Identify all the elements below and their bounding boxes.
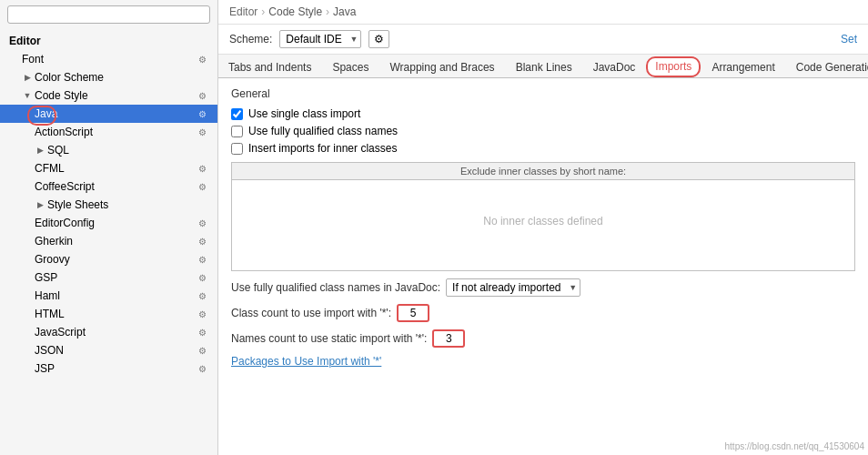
sidebar-item-cfml[interactable]: CFML ⚙: [0, 159, 217, 177]
chevron-right-icon: ▶: [35, 199, 45, 210]
general-section-title: General: [231, 87, 855, 100]
set-link[interactable]: Set: [841, 33, 857, 46]
scheme-select[interactable]: Default IDE: [279, 30, 361, 48]
inner-classes-label[interactable]: Insert imports for inner classes: [248, 142, 397, 155]
tab-arrangement[interactable]: Arrangement: [701, 56, 784, 77]
sidebar-item-javascript[interactable]: JavaScript ⚙: [0, 323, 217, 341]
sidebar-item-haml[interactable]: Haml ⚙: [0, 287, 217, 305]
scheme-select-wrapper: Default IDE ▼: [279, 30, 361, 48]
sidebar-search-input[interactable]: [7, 5, 210, 24]
sidebar-item-coffeescript[interactable]: CoffeeScript ⚙: [0, 177, 217, 196]
java-settings-icon: ⚙: [196, 107, 208, 120]
sidebar-item-json[interactable]: JSON ⚙: [0, 341, 217, 359]
names-count-row: Names count to use static import with '*…: [231, 329, 855, 348]
scheme-gear-button[interactable]: ⚙: [368, 30, 389, 48]
content-area: General Use single class import Use full…: [218, 78, 868, 455]
single-class-checkbox[interactable]: [231, 108, 243, 120]
javadoc-label: Use fully qualified class names in JavaD…: [231, 281, 440, 294]
sidebar-item-color-scheme[interactable]: ▶ Color Scheme: [0, 68, 217, 86]
sidebar-editor-label: Editor: [0, 29, 217, 50]
html-settings-icon: ⚙: [196, 308, 208, 320]
breadcrumb: Editor › Code Style › Java: [218, 0, 868, 25]
sidebar-item-gherkin[interactable]: Gherkin ⚙: [0, 232, 217, 250]
breadcrumb-sep-1: ›: [261, 5, 265, 18]
exclude-box: Exclude inner classes by short name: No …: [231, 162, 855, 271]
sidebar-item-gsp[interactable]: GSP ⚙: [0, 268, 217, 287]
tab-wrapping-braces[interactable]: Wrapping and Braces: [379, 56, 504, 77]
code-style-settings-icon: ⚙: [196, 89, 208, 102]
tab-javadoc[interactable]: JavaDoc: [583, 56, 646, 77]
scheme-label: Scheme:: [229, 33, 272, 46]
haml-settings-icon: ⚙: [196, 289, 208, 302]
groovy-settings-icon: ⚙: [196, 253, 208, 266]
editorconfig-settings-icon: ⚙: [196, 217, 208, 229]
sidebar-item-java[interactable]: Java ⚙: [0, 105, 217, 123]
names-count-input[interactable]: [432, 329, 465, 348]
exclude-body-empty: No inner classes defined: [232, 180, 854, 262]
tab-code-generation[interactable]: Code Generation: [786, 56, 868, 77]
coffee-settings-icon: ⚙: [196, 180, 208, 193]
checkbox-inner-classes-row: Insert imports for inner classes: [231, 142, 855, 155]
sidebar-item-sql[interactable]: ▶ SQL: [0, 141, 217, 159]
sidebar-item-actionscript[interactable]: ActionScript ⚙: [0, 123, 217, 141]
single-class-label[interactable]: Use single class import: [248, 107, 360, 120]
checkbox-single-class-row: Use single class import: [231, 107, 855, 120]
chevron-right-icon: ▶: [22, 72, 33, 83]
names-count-label: Names count to use static import with '*…: [231, 332, 427, 345]
names-count-input-wrapper: [432, 329, 465, 348]
breadcrumb-sep-2: ›: [326, 5, 329, 18]
sidebar-item-jsp[interactable]: JSP ⚙: [0, 359, 217, 378]
class-count-label: Class count to use import with '*':: [231, 307, 391, 319]
fully-qualified-label[interactable]: Use fully qualified class names: [248, 125, 398, 137]
breadcrumb-code-style: Code Style: [268, 5, 322, 18]
sidebar-item-style-sheets[interactable]: ▶ Style Sheets: [0, 196, 217, 214]
chevron-right-icon: ▶: [35, 145, 45, 156]
gherkin-settings-icon: ⚙: [196, 235, 208, 248]
inner-classes-checkbox[interactable]: [231, 143, 243, 155]
exclude-header: Exclude inner classes by short name:: [232, 163, 854, 180]
tab-tabs-indents[interactable]: Tabs and Indents: [218, 56, 321, 77]
actionscript-settings-icon: ⚙: [196, 126, 208, 138]
javadoc-row: Use fully qualified class names in JavaD…: [231, 278, 855, 297]
class-count-input-wrapper: [397, 304, 429, 322]
class-count-row: Class count to use import with '*':: [231, 304, 855, 322]
json-settings-icon: ⚙: [196, 344, 208, 357]
breadcrumb-editor: Editor: [229, 5, 257, 18]
javadoc-dropdown-wrapper: If not already imported ▼: [446, 278, 580, 297]
packages-link[interactable]: Packages to Use Import with '*': [231, 355, 855, 368]
watermark: https://blog.csdn.net/qq_41530604: [725, 441, 864, 451]
javadoc-dropdown[interactable]: If not already imported: [446, 278, 580, 297]
gsp-settings-icon: ⚙: [196, 271, 208, 284]
sidebar-item-font[interactable]: Font ⚙: [0, 50, 217, 68]
jsp-settings-icon: ⚙: [196, 362, 208, 375]
scheme-bar: Scheme: Default IDE ▼ ⚙ Set: [218, 25, 868, 55]
cfml-settings-icon: ⚙: [196, 162, 208, 175]
tabs-bar: Tabs and Indents Spaces Wrapping and Bra…: [218, 55, 868, 78]
sidebar-item-groovy[interactable]: Groovy ⚙: [0, 250, 217, 268]
font-settings-icon: ⚙: [196, 53, 208, 66]
tab-spaces[interactable]: Spaces: [322, 56, 378, 77]
fully-qualified-checkbox[interactable]: [231, 126, 243, 137]
sidebar-item-editorconfig[interactable]: EditorConfig ⚙: [0, 214, 217, 232]
sidebar-item-html[interactable]: HTML ⚙: [0, 305, 217, 323]
main-content: Editor › Code Style › Java Scheme: Defau…: [218, 0, 868, 455]
js-settings-icon: ⚙: [196, 326, 208, 339]
sidebar: Editor Font ⚙ ▶ Color Scheme ▼ Code Styl…: [0, 0, 218, 455]
tab-blank-lines[interactable]: Blank Lines: [506, 56, 582, 77]
tab-imports[interactable]: Imports: [646, 56, 701, 77]
chevron-down-icon: ▼: [22, 90, 33, 101]
checkbox-fully-qualified-row: Use fully qualified class names: [231, 125, 855, 137]
breadcrumb-java: Java: [333, 5, 356, 18]
sidebar-item-code-style[interactable]: ▼ Code Style ⚙: [0, 86, 217, 105]
class-count-input[interactable]: [397, 304, 429, 322]
